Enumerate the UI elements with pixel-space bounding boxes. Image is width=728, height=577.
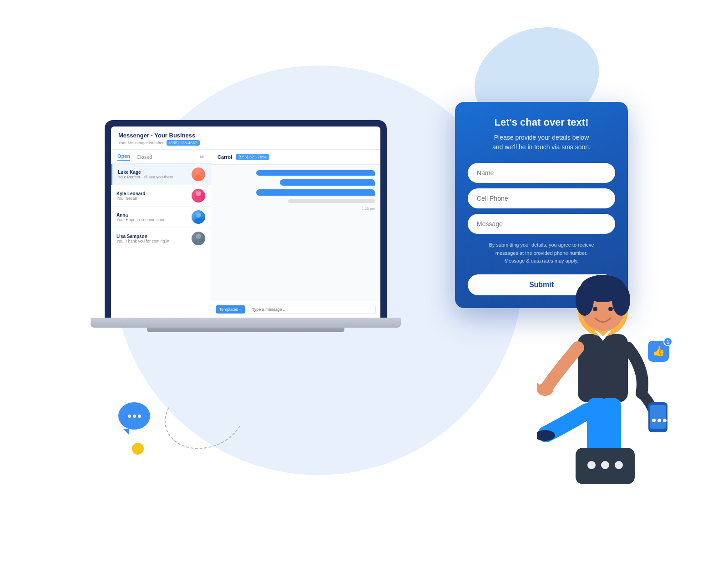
messenger-header: Messenger - Your Business Your Messenger… bbox=[111, 127, 380, 150]
message-bubble-3 bbox=[256, 189, 375, 196]
svg-point-31 bbox=[615, 461, 623, 469]
svg-point-14 bbox=[593, 307, 597, 311]
templates-button[interactable]: Templates = bbox=[216, 305, 245, 314]
laptop-screen-inner: Messenger - Your Business Your Messenger… bbox=[111, 127, 380, 318]
edit-icon[interactable]: ✏ bbox=[200, 154, 204, 160]
contact-preview-1: You: Great! bbox=[116, 196, 188, 201]
message-input[interactable] bbox=[248, 305, 376, 314]
svg-point-4 bbox=[196, 212, 201, 218]
svg-point-30 bbox=[601, 461, 609, 469]
svg-point-3 bbox=[194, 197, 202, 202]
svg-point-15 bbox=[608, 307, 613, 311]
avatar-1 bbox=[192, 189, 205, 202]
dot-3 bbox=[138, 415, 141, 418]
widget-message-input[interactable] bbox=[468, 214, 615, 234]
contact-list: Open Closed ✏ Luke Kage You: Perfect - I… bbox=[111, 150, 211, 318]
contact-item-3[interactable]: Lisa Sampson You: Thank you for coming i… bbox=[111, 228, 211, 249]
tab-open[interactable]: Open bbox=[117, 153, 130, 161]
contact-name-3: Lisa Sampson bbox=[116, 234, 188, 239]
contact-item-0[interactable]: Luke Kage You: Perfect - I'll see you th… bbox=[111, 164, 211, 185]
svg-point-21 bbox=[657, 419, 661, 422]
svg-point-29 bbox=[587, 461, 596, 469]
chat-footer[interactable]: Templates = bbox=[211, 301, 380, 318]
contact-item-2[interactable]: Anna You: Hope to see you soon. bbox=[111, 207, 211, 228]
svg-point-6 bbox=[196, 233, 201, 239]
svg-point-20 bbox=[652, 419, 656, 422]
chat-header: Carrol (555) 321-7654 bbox=[211, 150, 380, 165]
contact-preview-2: You: Hope to see you soon. bbox=[116, 218, 188, 222]
avatar-face-0 bbox=[192, 167, 205, 181]
widget-name-input[interactable] bbox=[468, 163, 615, 183]
svg-point-22 bbox=[663, 419, 667, 422]
widget-title: Let's chat over text! bbox=[468, 116, 615, 128]
message-bubble-1 bbox=[256, 170, 375, 176]
messenger-app: Messenger - Your Business Your Messenger… bbox=[111, 127, 380, 318]
svg-point-1 bbox=[194, 175, 202, 181]
contact-name-1: Kyle Leonard bbox=[116, 191, 188, 196]
chat-phone-badge: (555) 321-7654 bbox=[236, 154, 269, 160]
messenger-title: Messenger - Your Business bbox=[118, 132, 373, 139]
chat-bubble-shape bbox=[118, 402, 150, 430]
messenger-number-label: Your Messenger Number bbox=[118, 141, 164, 145]
laptop-base bbox=[91, 318, 401, 328]
messenger-phone-badge: (555) 123-4567 bbox=[167, 140, 200, 146]
avatar-3 bbox=[192, 232, 205, 245]
contact-info-1: Kyle Leonard You: Great! bbox=[116, 191, 188, 201]
widget-phone-input[interactable] bbox=[468, 188, 615, 208]
svg-point-12 bbox=[576, 284, 594, 316]
chat-contact-name: Carrol bbox=[217, 154, 232, 160]
avatar-2 bbox=[192, 210, 205, 224]
svg-point-7 bbox=[194, 239, 202, 245]
contact-info-3: Lisa Sampson You: Thank you for coming i… bbox=[116, 234, 188, 243]
notification-badge: 1 bbox=[663, 337, 672, 346]
chat-area: Carrol (555) 321-7654 1:25 pm bbox=[211, 150, 380, 318]
svg-point-5 bbox=[194, 218, 202, 224]
tab-row: Open Closed ✏ bbox=[111, 150, 211, 164]
laptop-screen-outer: Messenger - Your Business Your Messenger… bbox=[105, 120, 387, 318]
dot-1 bbox=[128, 415, 131, 418]
received-message-1 bbox=[288, 199, 375, 203]
tab-closed[interactable]: Closed bbox=[136, 154, 152, 160]
message-timestamp: 1:25 pm bbox=[362, 207, 375, 211]
contact-name-0: Luke Kage bbox=[118, 170, 188, 175]
contact-info-2: Anna You: Hope to see you soon. bbox=[116, 213, 188, 222]
laptop-foot bbox=[147, 328, 344, 332]
contact-item-1[interactable]: Kyle Leonard You: Great! bbox=[111, 185, 211, 207]
yellow-circle-decoration bbox=[132, 443, 144, 455]
widget-subtitle: Please provide your details belowand we'… bbox=[468, 133, 615, 152]
contact-info-0: Luke Kage You: Perfect - I'll see you th… bbox=[118, 170, 188, 179]
svg-point-2 bbox=[196, 191, 201, 196]
chat-bubble-dots bbox=[128, 415, 141, 418]
svg-rect-19 bbox=[650, 405, 666, 429]
contact-preview-3: You: Thank you for coming in! bbox=[116, 239, 188, 243]
chat-messages: 1:25 pm bbox=[211, 165, 380, 301]
message-bubble-2 bbox=[280, 179, 375, 186]
laptop-device: Messenger - Your Business Your Messenger… bbox=[105, 120, 387, 332]
messenger-body: Open Closed ✏ Luke Kage You: Perfect - I… bbox=[111, 150, 380, 318]
contact-preview-0: You: Perfect - I'll see you then! bbox=[118, 175, 188, 179]
dot-2 bbox=[133, 415, 136, 418]
contact-name-2: Anna bbox=[116, 213, 188, 218]
scene: Messenger - Your Business Your Messenger… bbox=[91, 38, 637, 539]
chat-bubble-icon bbox=[118, 402, 155, 434]
svg-rect-8 bbox=[578, 334, 628, 402]
avatar-0 bbox=[192, 167, 205, 181]
svg-point-0 bbox=[196, 169, 201, 175]
person-illustration: 👍 1 bbox=[537, 252, 673, 525]
svg-point-13 bbox=[612, 284, 630, 316]
messenger-number-row: Your Messenger Number (555) 123-4567 bbox=[118, 140, 373, 146]
